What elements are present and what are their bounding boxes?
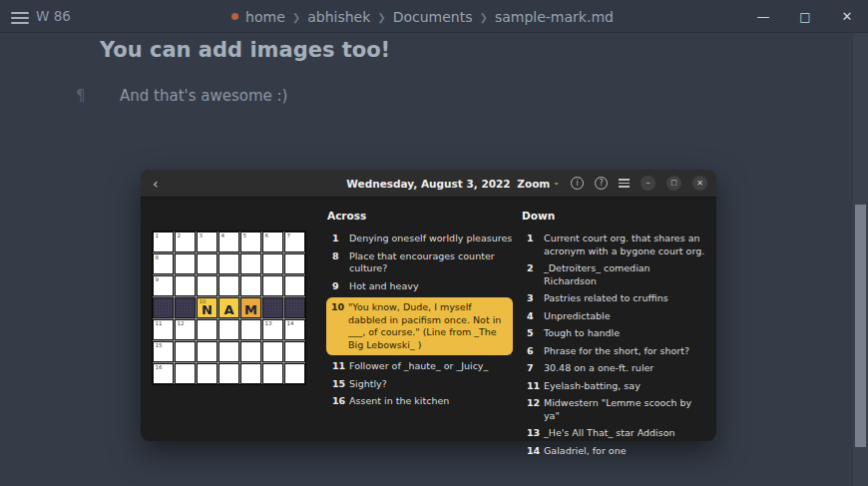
grid-cell[interactable]: [262, 275, 283, 296]
clue-text: Current court org. that shares an acrony…: [544, 233, 705, 257]
grid-cell[interactable]: 12: [175, 319, 196, 340]
grid-cell[interactable]: [218, 363, 239, 384]
clue-item[interactable]: 8Place that encourages counter culture?: [327, 250, 515, 275]
clue-item[interactable]: 11Follower of _haute_ or _Juicy_: [327, 360, 515, 373]
grid-cell[interactable]: 13: [262, 319, 283, 340]
cell-number: 16: [156, 364, 163, 370]
minimize-button[interactable]: —: [754, 10, 772, 23]
grid-cell[interactable]: [240, 319, 261, 340]
zoom-dropdown[interactable]: Zoom ⌄: [517, 178, 560, 190]
clue-number: 12: [522, 397, 544, 410]
grid-cell[interactable]: 4: [218, 232, 239, 252]
clue-item[interactable]: 12Midwestern "Lemme scooch by ya": [522, 397, 705, 422]
scrollbar-track[interactable]: [853, 33, 868, 486]
grid-cell[interactable]: [240, 341, 261, 362]
grid-cell[interactable]: [284, 341, 305, 362]
pilcrow-icon: ¶: [76, 87, 120, 105]
breadcrumb-item[interactable]: Documents: [393, 9, 473, 25]
help-icon[interactable]: ?: [595, 177, 608, 190]
crossword-grid[interactable]: 12345678910NAM111213141516: [152, 231, 306, 385]
grid-cell[interactable]: [197, 253, 217, 274]
grid-cell[interactable]: A: [218, 297, 239, 318]
scrollbar-thumb[interactable]: [855, 205, 866, 447]
clue-item[interactable]: 6Phrase for the short, for short?: [522, 345, 705, 358]
grid-cell[interactable]: [262, 341, 283, 362]
grid-cell[interactable]: [218, 319, 239, 340]
grid-cell[interactable]: [218, 341, 239, 362]
grid-cell[interactable]: 3: [197, 232, 217, 252]
clue-number: 3: [522, 292, 544, 305]
clue-text: _He's All That_ star Addison: [544, 427, 705, 440]
crossword-minimize-button[interactable]: –: [641, 176, 655, 191]
maximize-button[interactable]: □: [796, 11, 814, 23]
grid-cell[interactable]: 14: [284, 319, 305, 340]
clue-item[interactable]: 15Sightly?: [327, 378, 515, 391]
clue-text: Unpredictable: [544, 310, 705, 323]
grid-cell[interactable]: [175, 341, 196, 362]
grid-cell[interactable]: [175, 253, 196, 274]
grid-cell[interactable]: [197, 275, 217, 296]
grid-cell[interactable]: 15: [153, 341, 174, 362]
clue-item[interactable]: 2_Detroiters_ comedian Richardson: [522, 262, 705, 287]
grid-cell[interactable]: 16: [153, 363, 174, 384]
grid-cell[interactable]: [197, 319, 217, 340]
grid-cell[interactable]: [284, 253, 305, 274]
clue-item[interactable]: 1Denying oneself worldly pleasures: [327, 233, 515, 245]
breadcrumb-item[interactable]: home: [245, 9, 285, 25]
grid-cell[interactable]: [197, 363, 217, 384]
grid-cell[interactable]: 8: [153, 253, 174, 274]
clue-item[interactable]: 11Eyelash-batting, say: [522, 380, 705, 393]
cell-number: 12: [178, 320, 185, 326]
clue-number: 4: [522, 310, 544, 323]
info-icon[interactable]: i: [571, 177, 584, 190]
grid-cell[interactable]: 5: [240, 232, 261, 252]
breadcrumb-item[interactable]: sample-mark.md: [495, 9, 614, 25]
clue-item[interactable]: 3Pastries related to cruffins: [522, 292, 705, 305]
clue-item[interactable]: 5Tough to handle: [522, 327, 705, 340]
grid-cell[interactable]: [284, 275, 305, 296]
grid-cell[interactable]: [175, 275, 196, 296]
grid-cell[interactable]: [262, 253, 283, 274]
cell-letter: M: [244, 299, 257, 317]
clue-item[interactable]: 1Current court org. that shares an acron…: [522, 233, 705, 257]
clue-item[interactable]: 13_He's All That_ star Addison: [522, 427, 705, 440]
crossword-titlebar: ‹ Wednesday, August 3, 2022 Zoom ⌄ i ? –…: [141, 170, 716, 198]
crossword-close-button[interactable]: ✕: [692, 176, 707, 191]
grid-cell[interactable]: 10N: [197, 297, 217, 318]
breadcrumb-item[interactable]: abhishek: [307, 9, 370, 25]
grid-cell[interactable]: [218, 253, 239, 274]
clue-item[interactable]: 16Assent in the kitchen: [327, 395, 515, 408]
grid-cell[interactable]: [240, 363, 261, 384]
clue-item-highlighted[interactable]: 10"You know, Dude, I myself dabbled in p…: [326, 297, 513, 355]
clue-text: Tough to handle: [544, 327, 705, 340]
clue-item[interactable]: 730.48 on a one-ft. ruler: [522, 362, 705, 375]
grid-cell[interactable]: [240, 275, 261, 296]
grid-cell[interactable]: [197, 341, 217, 362]
cell-number: 4: [221, 233, 225, 239]
grid-cell[interactable]: 1: [153, 232, 174, 252]
crossword-maximize-button[interactable]: □: [666, 176, 681, 191]
grid-cell[interactable]: [175, 363, 196, 384]
grid-cell[interactable]: M: [240, 297, 261, 318]
hamburger-menu-icon[interactable]: [11, 9, 29, 27]
clue-item[interactable]: 14Galadriel, for one: [522, 445, 705, 458]
close-button[interactable]: ✕: [838, 10, 856, 23]
grid-cell[interactable]: [262, 363, 283, 384]
grid-cell[interactable]: 6: [262, 232, 283, 252]
clue-item[interactable]: 4Unpredictable: [522, 310, 705, 323]
clue-text: Place that encourages counter culture?: [349, 250, 515, 275]
grid-cell[interactable]: [218, 275, 239, 296]
grid-cell[interactable]: 2: [175, 232, 196, 252]
paragraph-row[interactable]: ¶ And that's awesome :): [76, 87, 287, 105]
clue-text: Hot and heavy: [349, 280, 515, 293]
menu-icon[interactable]: [619, 177, 630, 190]
grid-cell[interactable]: 9: [153, 275, 174, 296]
cell-number: 11: [156, 320, 163, 326]
grid-cell[interactable]: 11: [153, 319, 174, 340]
grid-cell[interactable]: [284, 363, 305, 384]
grid-cell[interactable]: 7: [284, 232, 305, 252]
clue-item[interactable]: 9Hot and heavy: [327, 280, 515, 293]
across-section: Across 1Denying oneself worldly pleasure…: [327, 210, 515, 413]
paragraph-text[interactable]: And that's awesome :): [120, 87, 287, 105]
grid-cell[interactable]: [240, 253, 261, 274]
